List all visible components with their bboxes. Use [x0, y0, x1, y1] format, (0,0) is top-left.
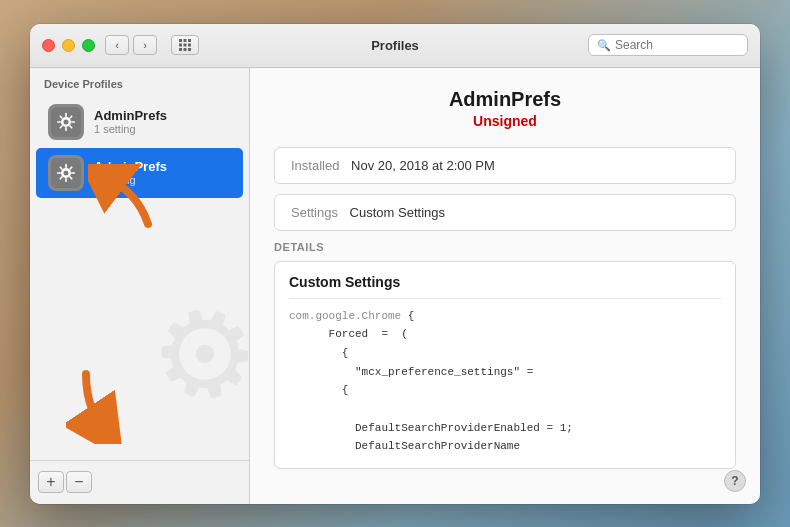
help-button[interactable]: ? [724, 470, 746, 492]
details-title: Custom Settings [289, 274, 721, 299]
settings-row: Settings Custom Settings [274, 194, 736, 231]
code-key: com.google.Chrome [289, 310, 401, 322]
svg-rect-3 [179, 44, 182, 47]
sidebar-item-0[interactable]: AdminPrefs 1 setting [36, 97, 243, 147]
maximize-button[interactable] [82, 39, 95, 52]
sidebar-section-label: Device Profiles [30, 68, 249, 96]
nav-buttons: ‹ › [105, 35, 157, 55]
titlebar: ‹ › Profiles 🔍 [30, 24, 760, 68]
details-section-label: DETAILS [274, 241, 736, 253]
profile-icon-0 [48, 104, 84, 140]
svg-rect-10 [51, 158, 81, 188]
add-profile-button[interactable]: + [38, 471, 64, 493]
sidebar-items-list: AdminPrefs 1 setting [30, 96, 249, 460]
search-icon: 🔍 [597, 39, 611, 52]
settings-label: Settings [291, 205, 338, 220]
sidebar-item-name-0: AdminPrefs [94, 108, 167, 123]
settings-value: Custom Settings [350, 205, 445, 220]
profiles-window: ‹ › Profiles 🔍 [30, 24, 760, 504]
svg-rect-4 [184, 44, 187, 47]
code-content: com.google.Chrome { Forced = ( { "mcx_pr… [289, 307, 721, 457]
svg-rect-8 [188, 48, 191, 51]
traffic-lights [42, 39, 95, 52]
search-input[interactable] [615, 38, 739, 52]
profile-status: Unsigned [274, 113, 736, 129]
installed-label: Installed [291, 158, 339, 173]
remove-profile-button[interactable]: − [66, 471, 92, 493]
sidebar-item-info-1: AdminPrefs 1 setting [94, 159, 167, 186]
svg-rect-6 [179, 48, 182, 51]
sidebar-item-sub-1: 1 setting [94, 174, 167, 186]
back-button[interactable]: ‹ [105, 35, 129, 55]
window-title: Profiles [371, 38, 419, 53]
profile-header: AdminPrefs Unsigned [274, 88, 736, 129]
svg-rect-9 [51, 107, 81, 137]
sidebar-footer: + − [30, 460, 249, 504]
sidebar-item-name-1: AdminPrefs [94, 159, 167, 174]
svg-rect-2 [188, 39, 191, 42]
minimize-button[interactable] [62, 39, 75, 52]
sidebar-item-sub-0: 1 setting [94, 123, 167, 135]
close-button[interactable] [42, 39, 55, 52]
profile-title: AdminPrefs [274, 88, 736, 111]
svg-rect-7 [184, 48, 187, 51]
grid-button[interactable] [171, 35, 199, 55]
content-area: Device Profiles ⚙ [30, 68, 760, 504]
sidebar: Device Profiles ⚙ [30, 68, 250, 504]
profile-icon-1 [48, 155, 84, 191]
forward-button[interactable]: › [133, 35, 157, 55]
svg-rect-1 [184, 39, 187, 42]
sidebar-item-info-0: AdminPrefs 1 setting [94, 108, 167, 135]
search-box[interactable]: 🔍 [588, 34, 748, 56]
svg-rect-0 [179, 39, 182, 42]
main-panel: AdminPrefs Unsigned Installed Nov 20, 20… [250, 68, 760, 504]
installed-value: Nov 20, 2018 at 2:00 PM [351, 158, 495, 173]
installed-row: Installed Nov 20, 2018 at 2:00 PM [274, 147, 736, 184]
svg-rect-5 [188, 44, 191, 47]
details-box: Custom Settings com.google.Chrome { Forc… [274, 261, 736, 470]
sidebar-item-1[interactable]: AdminPrefs 1 setting [36, 148, 243, 198]
